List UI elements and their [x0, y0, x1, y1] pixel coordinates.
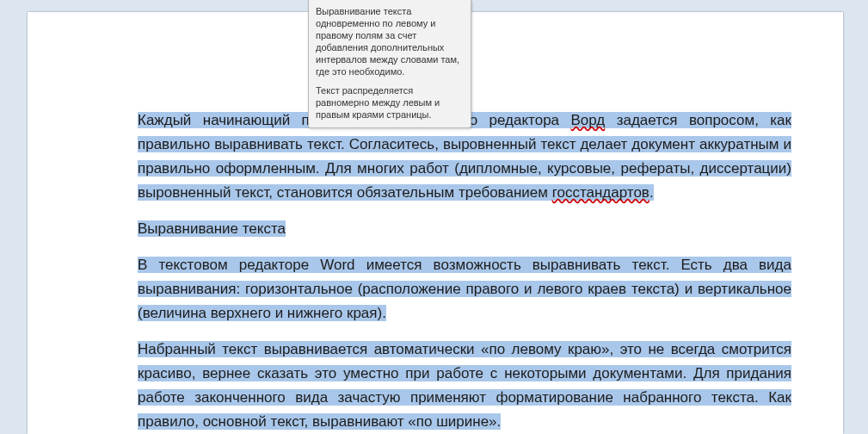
paragraph-2[interactable]: Выравнивание текста [138, 217, 791, 241]
paragraph-4[interactable]: Набранный текст выравнивается автоматиче… [138, 338, 791, 434]
spellcheck-word: госстандартов [552, 184, 649, 201]
justify-tooltip: Выравнивание текста одновременно по лево… [308, 0, 471, 128]
paragraph-3[interactable]: В текстовом редакторе Word имеется возмо… [138, 253, 791, 326]
spellcheck-word: Ворд [570, 112, 605, 128]
text-run: Набранный текст выравнивается автоматиче… [138, 341, 791, 430]
text-run: . [649, 184, 654, 201]
text-run: Выравнивание текста [138, 220, 286, 237]
document-body[interactable]: Каждый начинающий пользователь текстовог… [138, 108, 791, 434]
tooltip-paragraph: Выравнивание текста одновременно по лево… [316, 5, 464, 78]
tooltip-paragraph: Текст распределяется равномерно между ле… [316, 84, 464, 121]
text-run: В текстовом редакторе Word имеется возмо… [138, 257, 791, 321]
